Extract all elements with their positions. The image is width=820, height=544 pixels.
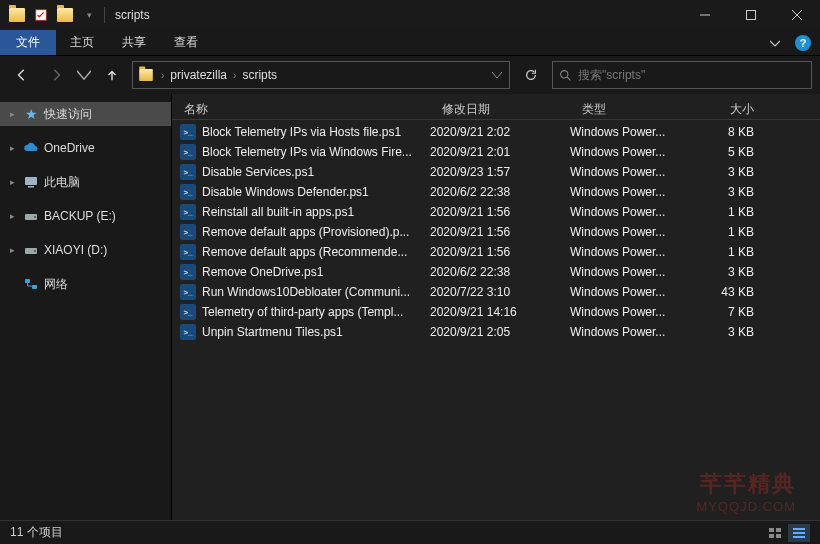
search-icon — [559, 69, 572, 82]
file-date: 2020/9/21 1:56 — [430, 225, 570, 239]
tab-share[interactable]: 共享 — [108, 30, 160, 55]
file-name: Block Telemetry IPs via Windows Fire... — [202, 145, 412, 159]
statusbar: 11 个项目 — [0, 520, 820, 544]
file-size: 3 KB — [690, 165, 770, 179]
file-type: Windows Power... — [570, 285, 690, 299]
breadcrumb-item[interactable]: privatezilla — [166, 68, 231, 82]
chevron-right-icon[interactable]: ▸ — [6, 109, 18, 119]
search-input[interactable] — [578, 68, 805, 82]
view-large-icons-button[interactable] — [764, 524, 786, 542]
up-button[interactable] — [98, 61, 126, 89]
tab-file[interactable]: 文件 — [0, 30, 56, 55]
powershell-file-icon: >_ — [180, 244, 196, 260]
file-size: 1 KB — [690, 225, 770, 239]
file-row[interactable]: >_Block Telemetry IPs via Hosts file.ps1… — [172, 122, 820, 142]
svg-point-10 — [34, 216, 36, 218]
ribbon-expand-icon[interactable] — [762, 30, 788, 55]
file-list: 名称 修改日期 类型 大小 >_Block Telemetry IPs via … — [172, 94, 820, 520]
sidebar-item-xiaoyi-drive[interactable]: ▸ XIAOYI (D:) — [0, 238, 171, 262]
file-row[interactable]: >_Unpin Startmenu Tiles.ps12020/9/21 2:0… — [172, 322, 820, 342]
file-name: Run Windows10Debloater (Communi... — [202, 285, 410, 299]
file-date: 2020/9/21 1:56 — [430, 205, 570, 219]
watermark-text: 芊芊精典 — [696, 469, 796, 499]
maximize-button[interactable] — [728, 0, 774, 30]
file-size: 5 KB — [690, 145, 770, 159]
file-date: 2020/6/2 22:38 — [430, 185, 570, 199]
sidebar-item-label: 快速访问 — [44, 106, 92, 123]
app-folder-icon[interactable] — [6, 4, 28, 26]
powershell-file-icon: >_ — [180, 144, 196, 160]
view-details-button[interactable] — [788, 524, 810, 542]
quick-access-toolbar: ▾ — [6, 4, 100, 26]
chevron-right-icon[interactable]: › — [231, 70, 238, 81]
chevron-right-icon[interactable]: ▸ — [6, 143, 18, 153]
file-row[interactable]: >_Disable Services.ps12020/9/23 1:57Wind… — [172, 162, 820, 182]
column-headers: 名称 修改日期 类型 大小 — [172, 94, 820, 120]
powershell-file-icon: >_ — [180, 204, 196, 220]
svg-rect-2 — [747, 11, 756, 20]
powershell-file-icon: >_ — [180, 184, 196, 200]
file-row[interactable]: >_Block Telemetry IPs via Windows Fire..… — [172, 142, 820, 162]
file-size: 3 KB — [690, 265, 770, 279]
file-row[interactable]: >_Disable Windows Defender.ps12020/6/2 2… — [172, 182, 820, 202]
sidebar-item-onedrive[interactable]: ▸ OneDrive — [0, 136, 171, 160]
search-box[interactable] — [552, 61, 812, 89]
sidebar-item-label: BACKUP (E:) — [44, 209, 116, 223]
file-name: Reinstall all built-in apps.ps1 — [202, 205, 354, 219]
sidebar-item-network[interactable]: 网络 — [0, 272, 171, 296]
tab-home[interactable]: 主页 — [56, 30, 108, 55]
close-button[interactable] — [774, 0, 820, 30]
file-type: Windows Power... — [570, 205, 690, 219]
back-button[interactable] — [8, 61, 36, 89]
column-header-type[interactable]: 类型 — [570, 101, 690, 118]
svg-line-6 — [567, 77, 570, 80]
svg-point-5 — [561, 70, 568, 77]
qat-properties-icon[interactable] — [30, 4, 52, 26]
forward-button[interactable] — [42, 61, 70, 89]
sidebar-item-quick-access[interactable]: ▸ ★ 快速访问 — [0, 102, 171, 126]
watermark: 芊芊精典 MYQQJD.COM — [696, 469, 796, 514]
file-size: 1 KB — [690, 245, 770, 259]
address-bar[interactable]: › privatezilla › scripts — [132, 61, 510, 89]
file-name: Unpin Startmenu Tiles.ps1 — [202, 325, 343, 339]
file-name: Telemetry of third-party apps (Templ... — [202, 305, 403, 319]
tab-view[interactable]: 查看 — [160, 30, 212, 55]
file-row[interactable]: >_Reinstall all built-in apps.ps12020/9/… — [172, 202, 820, 222]
svg-rect-16 — [776, 528, 781, 532]
ribbon: 文件 主页 共享 查看 ? — [0, 30, 820, 56]
recent-dropdown-icon[interactable] — [76, 61, 92, 89]
breadcrumb-item[interactable]: scripts — [238, 68, 281, 82]
minimize-button[interactable] — [682, 0, 728, 30]
address-dropdown-icon[interactable] — [485, 70, 509, 80]
column-header-size[interactable]: 大小 — [690, 101, 770, 118]
chevron-right-icon[interactable]: ▸ — [6, 245, 18, 255]
column-header-date[interactable]: 修改日期 — [430, 101, 570, 118]
file-date: 2020/6/2 22:38 — [430, 265, 570, 279]
sidebar-item-label: OneDrive — [44, 141, 95, 155]
sidebar: ▸ ★ 快速访问 ▸ OneDrive ▸ 此电脑 ▸ BACKUP (E:) … — [0, 94, 172, 520]
help-button[interactable]: ? — [792, 32, 814, 54]
file-row[interactable]: >_Remove default apps (Recommende...2020… — [172, 242, 820, 262]
svg-rect-21 — [793, 536, 805, 538]
sidebar-item-this-pc[interactable]: ▸ 此电脑 — [0, 170, 171, 194]
file-type: Windows Power... — [570, 325, 690, 339]
file-type: Windows Power... — [570, 145, 690, 159]
file-size: 3 KB — [690, 185, 770, 199]
sidebar-item-backup-drive[interactable]: ▸ BACKUP (E:) — [0, 204, 171, 228]
file-name: Disable Services.ps1 — [202, 165, 314, 179]
powershell-file-icon: >_ — [180, 284, 196, 300]
svg-rect-15 — [769, 528, 774, 532]
column-header-name[interactable]: 名称 — [172, 101, 430, 118]
sidebar-item-label: 此电脑 — [44, 174, 80, 191]
file-row[interactable]: >_Telemetry of third-party apps (Templ..… — [172, 302, 820, 322]
file-row[interactable]: >_Run Windows10Debloater (Communi...2020… — [172, 282, 820, 302]
drive-icon — [22, 207, 40, 225]
chevron-right-icon[interactable]: ▸ — [6, 177, 18, 187]
file-row[interactable]: >_Remove OneDrive.ps12020/6/2 22:38Windo… — [172, 262, 820, 282]
refresh-button[interactable] — [516, 61, 546, 89]
qat-new-folder-icon[interactable] — [54, 4, 76, 26]
chevron-right-icon[interactable]: › — [159, 70, 166, 81]
chevron-right-icon[interactable]: ▸ — [6, 211, 18, 221]
qat-dropdown-icon[interactable]: ▾ — [78, 4, 100, 26]
file-row[interactable]: >_Remove default apps (Provisioned).p...… — [172, 222, 820, 242]
